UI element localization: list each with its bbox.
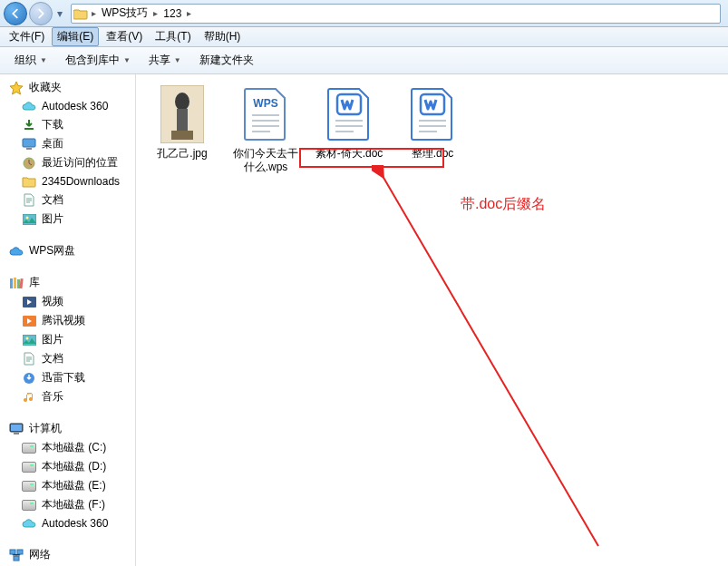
nav-back-button[interactable] bbox=[4, 2, 27, 25]
svg-rect-3 bbox=[23, 214, 36, 225]
sidebar-item-drive-e[interactable]: 本地磁盘 (E:) bbox=[0, 476, 135, 495]
sidebar-item-pictures2[interactable]: 图片 bbox=[0, 330, 135, 349]
sidebar-item-video[interactable]: 视频 bbox=[0, 292, 135, 311]
sidebar-item-label: 迅雷下载 bbox=[42, 370, 85, 385]
desktop-icon bbox=[22, 137, 36, 151]
sidebar-item-docs[interactable]: 文档 bbox=[0, 190, 135, 210]
sidebar-item-autodesk2[interactable]: Autodesk 360 bbox=[0, 514, 135, 532]
main-split: 收藏夹 Autodesk 360 下载 桌面 最近访问的位置 2345Downl… bbox=[0, 74, 728, 566]
sidebar-head-label: 库 bbox=[29, 275, 40, 290]
menu-help[interactable]: 帮助(H) bbox=[199, 27, 247, 46]
file-label: 孔乙己.jpg bbox=[157, 147, 207, 161]
download-icon bbox=[22, 118, 36, 132]
svg-rect-32 bbox=[335, 131, 354, 132]
sidebar-item-recent[interactable]: 最近访问的位置 bbox=[0, 153, 135, 172]
sidebar-item-drive-d[interactable]: 本地磁盘 (D:) bbox=[0, 457, 135, 476]
file-thumbnail-image bbox=[153, 85, 211, 143]
sidebar-libraries: 库 视频 腾讯视频 图片 文档 迅雷下载 音乐 bbox=[0, 273, 135, 406]
cloud-icon bbox=[22, 516, 36, 531]
sidebar-head-network[interactable]: 网络 bbox=[0, 545, 135, 564]
file-thumbnail-wps: WPS bbox=[237, 85, 295, 143]
chevron-right-icon[interactable]: ▸ bbox=[90, 8, 98, 18]
svg-rect-17 bbox=[10, 550, 15, 554]
cloud-icon bbox=[9, 244, 24, 259]
sidebar-head-label: 计算机 bbox=[29, 421, 62, 436]
menu-view[interactable]: 查看(V) bbox=[101, 27, 148, 46]
sidebar-item-label: 本地磁盘 (E:) bbox=[42, 478, 106, 493]
toolbar-newfolder[interactable]: 新建文件夹 bbox=[192, 50, 261, 71]
file-thumbnail-doc bbox=[320, 85, 378, 143]
folder-icon bbox=[72, 7, 90, 20]
sidebar-item-drive-c[interactable]: 本地磁盘 (C:) bbox=[0, 438, 135, 457]
toolbar-include[interactable]: 包含到库中▼ bbox=[58, 50, 138, 71]
content-pane[interactable]: 孔乙己.jpg WPS 你们今天去干什么.wps 素材-倚天.doc 整理.do… bbox=[136, 74, 728, 566]
svg-rect-31 bbox=[335, 125, 363, 127]
picture-icon bbox=[22, 212, 36, 227]
svg-point-21 bbox=[175, 93, 189, 111]
file-item[interactable]: 素材-倚天.doc bbox=[314, 85, 384, 174]
nav-forward-button[interactable] bbox=[29, 2, 53, 25]
svg-rect-25 bbox=[252, 114, 279, 116]
sidebar-head-label: 网络 bbox=[29, 547, 51, 562]
nav-history-dropdown[interactable]: ▾ bbox=[54, 7, 65, 20]
svg-rect-0 bbox=[23, 139, 35, 147]
sidebar-item-music[interactable]: 音乐 bbox=[0, 387, 135, 406]
address-bar[interactable]: ▸ WPS技巧 ▸ 123 ▸ bbox=[71, 4, 721, 24]
menu-tools[interactable]: 工具(T) bbox=[150, 27, 196, 46]
sidebar-wps: WPS网盘 bbox=[0, 241, 135, 260]
breadcrumb-seg-123[interactable]: 123 bbox=[160, 5, 185, 23]
chevron-down-icon: ▼ bbox=[40, 56, 47, 64]
sidebar-head-computer[interactable]: 计算机 bbox=[0, 419, 135, 438]
document-icon bbox=[22, 352, 36, 366]
toolbar-organize[interactable]: 组织▼ bbox=[7, 50, 54, 71]
chevron-right-icon[interactable]: ▸ bbox=[151, 8, 160, 18]
sidebar-item-downloads[interactable]: 下载 bbox=[0, 115, 135, 134]
music-icon bbox=[22, 390, 36, 405]
svg-rect-5 bbox=[10, 278, 13, 288]
menubar: 文件(F) 编辑(E) 查看(V) 工具(T) 帮助(H) bbox=[0, 27, 728, 47]
sidebar-item-tencent[interactable]: 腾讯视频 bbox=[0, 311, 135, 330]
annotation-text: 带.doc后缀名 bbox=[461, 195, 546, 214]
sidebar-item-label: 本地磁盘 (D:) bbox=[42, 459, 106, 474]
breadcrumb-label: WPS技巧 bbox=[102, 5, 148, 21]
sidebar-item-label: 腾讯视频 bbox=[42, 313, 85, 328]
svg-rect-27 bbox=[252, 125, 279, 127]
toolbar-label: 包含到库中 bbox=[65, 53, 120, 68]
sidebar-head-libraries[interactable]: 库 bbox=[0, 273, 135, 292]
file-item[interactable]: 孔乙己.jpg bbox=[147, 85, 218, 174]
video-icon bbox=[22, 314, 36, 328]
folder-icon bbox=[22, 174, 36, 189]
toolbar-label: 组织 bbox=[15, 53, 36, 68]
computer-icon bbox=[9, 422, 24, 436]
menu-file[interactable]: 文件(F) bbox=[4, 27, 50, 46]
sidebar-item-2345[interactable]: 2345Downloads bbox=[0, 172, 135, 190]
toolbar-label: 共享 bbox=[149, 53, 170, 68]
file-item[interactable]: 整理.doc bbox=[397, 85, 468, 174]
picture-icon bbox=[22, 333, 36, 347]
svg-rect-19 bbox=[14, 556, 19, 561]
toolbar-share[interactable]: 共享▼ bbox=[141, 50, 189, 71]
svg-rect-16 bbox=[14, 433, 19, 434]
sidebar-item-autodesk[interactable]: Autodesk 360 bbox=[0, 97, 135, 115]
sidebar-item-desktop[interactable]: 桌面 bbox=[0, 134, 135, 153]
sidebar-item-label: 图片 bbox=[42, 211, 63, 227]
svg-rect-26 bbox=[252, 120, 279, 122]
sidebar-head-wps[interactable]: WPS网盘 bbox=[0, 241, 135, 260]
sidebar-item-xunlei[interactable]: 迅雷下载 bbox=[0, 368, 135, 387]
sidebar-item-docs2[interactable]: 文档 bbox=[0, 349, 135, 368]
drive-icon bbox=[22, 479, 36, 493]
breadcrumb-seg-wps[interactable]: WPS技巧 bbox=[98, 5, 151, 23]
svg-rect-7 bbox=[17, 279, 20, 288]
chevron-down-icon: ▼ bbox=[174, 56, 181, 64]
file-label: 整理.doc bbox=[412, 147, 454, 161]
sidebar-item-label: 本地磁盘 (C:) bbox=[42, 440, 106, 455]
file-item[interactable]: WPS 你们今天去干什么.wps bbox=[230, 85, 301, 174]
sidebar-item-pictures[interactable]: 图片 bbox=[0, 210, 135, 229]
svg-rect-28 bbox=[252, 131, 270, 132]
sidebar-head-favorites[interactable]: 收藏夹 bbox=[0, 78, 135, 97]
document-icon bbox=[22, 193, 36, 208]
sidebar-item-drive-f[interactable]: 本地磁盘 (F:) bbox=[0, 495, 135, 514]
sidebar-item-label: 图片 bbox=[42, 332, 63, 347]
chevron-right-icon[interactable]: ▸ bbox=[185, 8, 193, 18]
menu-edit[interactable]: 编辑(E) bbox=[52, 27, 99, 46]
